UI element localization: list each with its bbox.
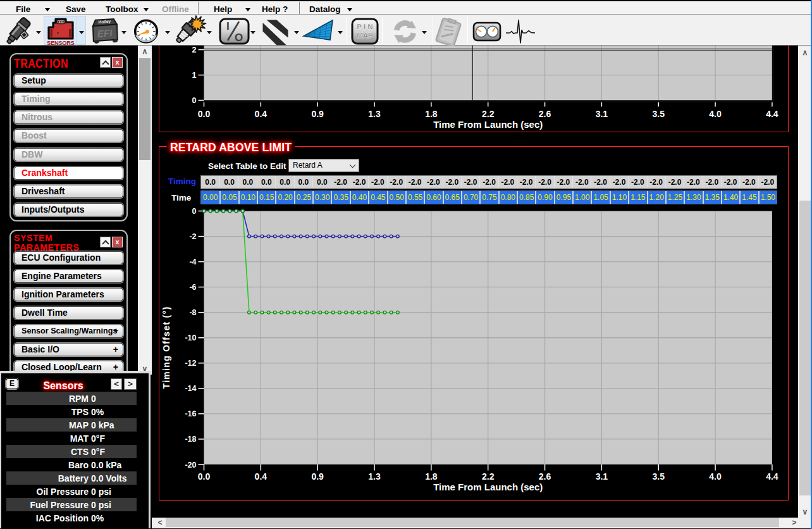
svg-text:4.0: 4.0 <box>709 109 722 119</box>
svg-text:1.8: 1.8 <box>425 471 438 482</box>
svg-text:SENSORS: SENSORS <box>47 40 74 46</box>
svg-text:4.4: 4.4 <box>766 471 778 482</box>
svg-text:0.4: 0.4 <box>255 471 268 482</box>
svg-text:1: 1 <box>192 71 197 80</box>
svg-text:-20: -20 <box>185 461 196 470</box>
svg-text:2.6: 2.6 <box>539 471 551 482</box>
svg-text:-16: -16 <box>185 409 196 418</box>
svg-text:0.9: 0.9 <box>311 109 324 119</box>
svg-text:-4: -4 <box>189 258 196 266</box>
svg-text:1.3: 1.3 <box>368 471 381 482</box>
svg-text:-12: -12 <box>185 359 196 368</box>
svg-text:EFI: EFI <box>97 27 113 39</box>
svg-text:Time From Launch (sec): Time From Launch (sec) <box>433 119 543 130</box>
svg-text:4.4: 4.4 <box>766 109 778 119</box>
svg-text:P I N: P I N <box>357 23 372 30</box>
svg-text:Timing Offset (°): Timing Offset (°) <box>161 306 171 389</box>
svg-text:Time From Launch (sec): Time From Launch (sec) <box>433 482 543 492</box>
svg-text:-2: -2 <box>189 232 196 241</box>
svg-text:4.0: 4.0 <box>709 471 722 482</box>
svg-text:2.2: 2.2 <box>482 471 495 482</box>
svg-text:0: 0 <box>192 96 197 105</box>
svg-text:O: O <box>235 32 243 44</box>
svg-text:MAP: MAP <box>357 32 373 39</box>
svg-text:0.9: 0.9 <box>311 471 324 482</box>
svg-text:-8: -8 <box>189 308 196 317</box>
svg-text:3.5: 3.5 <box>652 471 665 482</box>
svg-text:-10: -10 <box>185 333 196 342</box>
svg-text:3.1: 3.1 <box>596 109 608 119</box>
svg-text:-18: -18 <box>185 435 196 444</box>
svg-text:-14: -14 <box>185 384 196 393</box>
svg-text:1.3: 1.3 <box>368 109 381 119</box>
svg-text:I: I <box>226 20 230 32</box>
svg-text:0.4: 0.4 <box>255 109 268 119</box>
svg-text:3.5: 3.5 <box>652 109 665 119</box>
svg-text:2.6: 2.6 <box>539 109 551 119</box>
svg-text:2.2: 2.2 <box>482 109 495 119</box>
svg-text:-6: -6 <box>189 283 196 292</box>
svg-text:1.8: 1.8 <box>425 109 438 119</box>
svg-text:2: 2 <box>192 46 197 54</box>
svg-text:0.0: 0.0 <box>198 109 211 119</box>
svg-text:3.1: 3.1 <box>596 471 608 482</box>
svg-text:0: 0 <box>192 207 197 216</box>
svg-text:0.0: 0.0 <box>198 471 211 482</box>
